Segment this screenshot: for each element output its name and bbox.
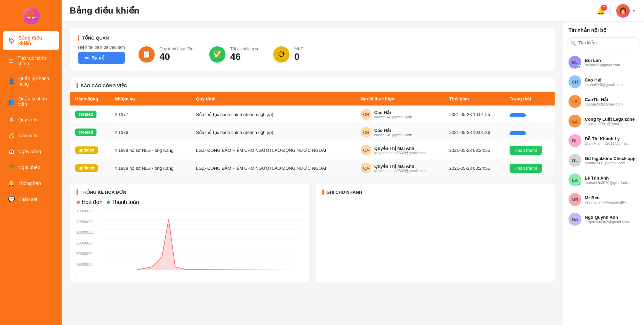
status-button-2[interactable]: Hoàn thành [510, 146, 542, 155]
stat-icon-all_tasks: ✅ [209, 46, 226, 63]
message-item[interactable]: DL Đỗ Thị Khánh Ly Dothikhanhly1011@gmai… [563, 131, 644, 150]
legend-dot-thanhtoan [107, 201, 110, 204]
checkin-label: Hiện tại bạn đã vào làm [78, 45, 125, 50]
checkin-block: Hiện tại bạn đã vào làm ⬅ Ra về [78, 45, 125, 64]
user-avatar-button[interactable]: 👩 ▼ [616, 4, 636, 18]
quick-notes-title: GHI CHÚ NHANH [322, 189, 548, 195]
msg-name-3: Công ty Luật Legalzone [585, 117, 639, 122]
sidebar-item-process[interactable]: ⚙Quy trình [3, 112, 59, 127]
invoice-area [102, 219, 302, 270]
stat-icon-active_process: 📋 [138, 46, 155, 63]
sidebar-item-notify[interactable]: 🔔Thông báo [3, 176, 59, 190]
message-item[interactable]: MR Mr Red kevinvu.info@vugiasoftw... [563, 190, 644, 209]
message-item[interactable]: LZ CaoThị Hải caohai240@gmail.com [563, 92, 644, 111]
chart-legend: Hoá đơn Thanh toán [77, 199, 302, 205]
search-icon: 🔍 [571, 40, 576, 45]
message-item[interactable]: CH Cao Hải caohai240@gmail.com [563, 72, 644, 92]
sidebar-label-survey: Khảo sát [18, 196, 37, 202]
legend-dot-hoadon [77, 201, 80, 204]
legend-hoadon: Hoá đơn [77, 199, 103, 205]
msg-email-6: tuananhle3010@gmail.co... [585, 181, 639, 185]
invoice-stats-title: THỐNG KÊ HÓA ĐƠN [77, 189, 302, 195]
main-area: Bảng điều khiển 🔔 7 👩 ▼ TỔNG QUAN Hiện t… [62, 0, 644, 325]
performer-name-0: Cao Hải [374, 110, 412, 115]
sidebar-icon-leave: 🌴 [8, 164, 15, 170]
performer-info-2: Quyền Thị Mai Anh quyenmaianh2302@gmail.… [374, 146, 426, 155]
time-cell: 2021-05-28 08:24:55 [444, 141, 504, 159]
performer-avatar-0: CH [361, 109, 371, 120]
online-indicator-6 [578, 183, 581, 186]
sidebar-item-leave[interactable]: 🌴Nghỉ phép [3, 160, 59, 175]
chart-y-axis: 0 25000000 50000000 75000000 100000000 1… [77, 209, 100, 277]
performer-email-0: caohai240@gmail.com [374, 115, 412, 119]
sidebar-item-employees[interactable]: 👥Quản lý nhân viên [3, 92, 59, 111]
action-badge: created [75, 111, 96, 118]
sidebar-item-finance[interactable]: 💰Tài chính [3, 128, 59, 143]
message-item[interactable]: LA Lê Tún Anh tuananhle3010@gmail.co... [563, 170, 644, 190]
msg-name-6: Lê Tún Anh [585, 176, 639, 181]
msg-email-0: Builan39@gmail.com [585, 63, 639, 67]
header-divider [610, 5, 611, 16]
sidebar-icon-notify: 🔔 [8, 180, 15, 186]
invoice-chart: 0 25000000 50000000 75000000 100000000 1… [77, 209, 302, 277]
overview-content: Hiện tại bạn đã vào làm ⬅ Ra về 📋 Quy tr… [78, 45, 546, 64]
sidebar-label-workdays: Ngày công [18, 149, 41, 154]
msg-info-1: Cao Hải caohai240@gmail.com [585, 77, 639, 87]
stat-label-all_tasks: Tất cả nhiệm vụ [230, 47, 260, 51]
msg-avatar-5: GL [568, 154, 581, 167]
chart-svg-wrapper [102, 209, 302, 270]
sidebar-icon-dashboard: 🏠 [8, 38, 15, 44]
message-item[interactable]: LZ Công ty Luật Legalzone legalzone001@g… [563, 111, 644, 131]
sidebar-item-dashboard[interactable]: 🏠Bảng điều khiển [3, 31, 59, 50]
msg-info-4: Đỗ Thị Khánh Ly Dothikhanhly1011@gmail..… [585, 136, 639, 145]
task-cell: # 1376 [109, 123, 191, 141]
col-time: Thời gian [444, 92, 504, 106]
stat-value-all_tasks: 46 [230, 51, 260, 62]
sidebar-label-customers: Quản lý khách hàng [18, 76, 53, 87]
status-button-3[interactable]: Hoàn thành [510, 164, 542, 173]
stat-value-active_process: 40 [159, 51, 196, 62]
message-item[interactable]: BL Bùi Lan Builan39@gmail.com [563, 52, 644, 72]
sidebar-item-procedures[interactable]: ☰Thủ tục hành chính [3, 51, 59, 70]
process-cell: LGZ- ĐÓNG BẢO HIỂM CHO NGƯỜI LAO ĐỘNG NƯ… [191, 141, 355, 159]
time-cell: 2021-05-28 08:24:55 [444, 159, 504, 177]
stat-value-kpi: 0 [294, 51, 304, 62]
msg-email-8: Legalzone002@gmail.com [585, 220, 639, 224]
quick-notes-section: GHI CHÚ NHANH [316, 184, 555, 282]
performer-info-1: Cao Hải caohai240@gmail.com [374, 128, 412, 137]
col-status: Trạng thái [504, 92, 555, 106]
performer-name-2: Quyền Thị Mai Anh [374, 146, 426, 151]
sidebar-logo: 🦊 [0, 3, 62, 30]
msg-info-7: Mr Red kevinvu.info@vugiasoftw... [585, 195, 639, 204]
checkout-label: Ra về [91, 55, 105, 61]
performer-avatar-3: QA [361, 163, 371, 173]
status-cell: Hoàn thành [504, 141, 555, 159]
sidebar-label-procedures: Thủ tục hành chính [17, 55, 53, 66]
sidebar-item-workdays[interactable]: 📅Ngày công [3, 144, 59, 159]
notification-badge: 7 [601, 5, 607, 11]
messages-search-input[interactable] [567, 37, 640, 48]
overview-title: TỔNG QUAN [78, 35, 546, 41]
work-table: Hành động Nhiệm vụ Quy trình Người thực … [70, 92, 555, 177]
legend-label-thanhtoan: Thanh toán [112, 199, 139, 205]
status-button-0[interactable] [510, 113, 526, 117]
status-button-1[interactable] [510, 131, 526, 135]
msg-name-1: Cao Hải [585, 77, 639, 83]
sidebar-item-survey[interactable]: 💬Khảo sát [3, 192, 59, 206]
stat-block-kpi: ⏱ %KPI 0 [273, 46, 304, 63]
sidebar-icon-process: ⚙ [8, 116, 15, 123]
notification-button[interactable]: 🔔 7 [597, 7, 605, 15]
msg-email-5: montran115@gmail.com [585, 161, 639, 165]
invoice-svg [102, 209, 302, 270]
action-badge: updated [75, 146, 98, 154]
message-item[interactable]: NA Ngô Quỳnh Anh Legalzone002@gmail.com [563, 209, 644, 229]
message-item[interactable]: GL Gd legalzone Check app montran115@gma… [563, 150, 644, 170]
performer-email-2: quyenmaianh2302@gmail.com [374, 151, 426, 155]
status-cell [504, 123, 555, 141]
quick-notes-content [322, 199, 548, 266]
col-action: Hành động [70, 92, 109, 106]
col-process: Quy trình [191, 92, 355, 106]
sidebar-item-customers[interactable]: 👤Quản lý khách hàng [3, 72, 59, 91]
checkout-button[interactable]: ⬅ Ra về [78, 52, 125, 64]
msg-email-2: caohai240@gmail.com [585, 102, 639, 106]
